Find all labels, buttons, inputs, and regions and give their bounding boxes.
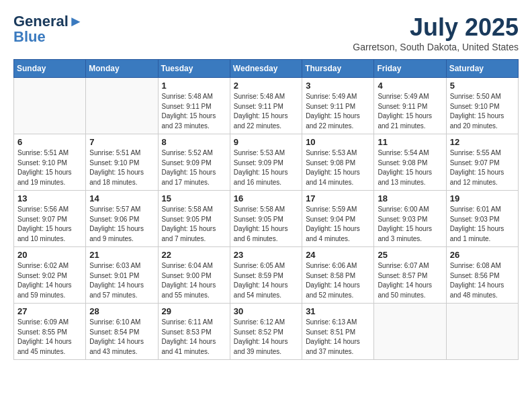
logo-subtext: Blue — [13, 30, 46, 44]
day-cell: 11Sunrise: 5:54 AM Sunset: 9:08 PM Dayli… — [374, 134, 446, 191]
logo-text: General► — [13, 13, 83, 30]
day-info: Sunrise: 6:13 AM Sunset: 8:51 PM Dayligh… — [306, 318, 370, 357]
day-number: 20 — [17, 250, 82, 260]
week-row-1: 1Sunrise: 5:48 AM Sunset: 9:11 PM Daylig… — [14, 78, 519, 134]
day-cell: 16Sunrise: 5:58 AM Sunset: 9:05 PM Dayli… — [230, 191, 302, 247]
day-cell — [446, 304, 518, 360]
day-info: Sunrise: 5:55 AM Sunset: 9:07 PM Dayligh… — [450, 148, 515, 187]
day-info: Sunrise: 5:56 AM Sunset: 9:07 PM Dayligh… — [17, 205, 82, 244]
day-cell: 9Sunrise: 5:53 AM Sunset: 9:09 PM Daylig… — [230, 134, 302, 191]
day-number: 29 — [162, 306, 226, 316]
weekday-friday: Friday — [374, 60, 446, 78]
day-number: 17 — [306, 193, 370, 203]
week-row-2: 6Sunrise: 5:51 AM Sunset: 9:10 PM Daylig… — [14, 134, 519, 191]
day-info: Sunrise: 5:50 AM Sunset: 9:10 PM Dayligh… — [450, 92, 515, 131]
day-cell: 1Sunrise: 5:48 AM Sunset: 9:11 PM Daylig… — [158, 78, 230, 134]
day-cell: 4Sunrise: 5:49 AM Sunset: 9:11 PM Daylig… — [374, 78, 446, 134]
logo: General► Blue — [13, 13, 83, 44]
day-number: 16 — [234, 193, 298, 203]
day-info: Sunrise: 6:07 AM Sunset: 8:57 PM Dayligh… — [378, 261, 442, 300]
week-row-5: 27Sunrise: 6:09 AM Sunset: 8:55 PM Dayli… — [14, 304, 519, 360]
day-number: 26 — [450, 250, 515, 260]
day-cell: 3Sunrise: 5:49 AM Sunset: 9:11 PM Daylig… — [302, 78, 374, 134]
day-cell — [14, 78, 86, 134]
day-number: 7 — [89, 137, 154, 147]
day-cell: 8Sunrise: 5:52 AM Sunset: 9:09 PM Daylig… — [158, 134, 230, 191]
day-info: Sunrise: 6:01 AM Sunset: 9:03 PM Dayligh… — [450, 205, 515, 244]
location: Garretson, South Dakota, United States — [353, 42, 519, 52]
day-cell: 23Sunrise: 6:05 AM Sunset: 8:59 PM Dayli… — [230, 247, 302, 304]
day-info: Sunrise: 5:53 AM Sunset: 9:08 PM Dayligh… — [306, 148, 370, 187]
day-cell: 31Sunrise: 6:13 AM Sunset: 8:51 PM Dayli… — [302, 304, 374, 360]
day-cell: 29Sunrise: 6:11 AM Sunset: 8:53 PM Dayli… — [158, 304, 230, 360]
day-cell — [86, 78, 158, 134]
day-cell: 28Sunrise: 6:10 AM Sunset: 8:54 PM Dayli… — [86, 304, 158, 360]
day-info: Sunrise: 6:05 AM Sunset: 8:59 PM Dayligh… — [234, 261, 298, 300]
day-number: 9 — [234, 137, 298, 147]
day-number: 10 — [306, 137, 370, 147]
day-cell: 24Sunrise: 6:06 AM Sunset: 8:58 PM Dayli… — [302, 247, 374, 304]
calendar-table: SundayMondayTuesdayWednesdayThursdayFrid… — [13, 59, 519, 360]
day-cell: 17Sunrise: 5:59 AM Sunset: 9:04 PM Dayli… — [302, 191, 374, 247]
day-info: Sunrise: 5:51 AM Sunset: 9:10 PM Dayligh… — [17, 148, 82, 187]
day-info: Sunrise: 5:54 AM Sunset: 9:08 PM Dayligh… — [378, 148, 442, 187]
day-cell: 26Sunrise: 6:08 AM Sunset: 8:56 PM Dayli… — [446, 247, 518, 304]
weekday-header-row: SundayMondayTuesdayWednesdayThursdayFrid… — [14, 60, 519, 78]
weekday-saturday: Saturday — [446, 60, 518, 78]
day-number: 4 — [378, 81, 442, 91]
day-info: Sunrise: 6:08 AM Sunset: 8:56 PM Dayligh… — [450, 261, 515, 300]
day-number: 1 — [162, 81, 226, 91]
day-number: 21 — [89, 250, 154, 260]
day-cell: 30Sunrise: 6:12 AM Sunset: 8:52 PM Dayli… — [230, 304, 302, 360]
day-info: Sunrise: 5:51 AM Sunset: 9:10 PM Dayligh… — [89, 148, 154, 187]
day-info: Sunrise: 5:57 AM Sunset: 9:06 PM Dayligh… — [89, 205, 154, 244]
day-cell: 6Sunrise: 5:51 AM Sunset: 9:10 PM Daylig… — [14, 134, 86, 191]
day-cell: 25Sunrise: 6:07 AM Sunset: 8:57 PM Dayli… — [374, 247, 446, 304]
day-cell: 15Sunrise: 5:58 AM Sunset: 9:05 PM Dayli… — [158, 191, 230, 247]
day-info: Sunrise: 5:52 AM Sunset: 9:09 PM Dayligh… — [162, 148, 226, 187]
day-number: 5 — [450, 81, 515, 91]
day-info: Sunrise: 6:06 AM Sunset: 8:58 PM Dayligh… — [306, 261, 370, 300]
day-info: Sunrise: 6:12 AM Sunset: 8:52 PM Dayligh… — [234, 318, 298, 357]
day-number: 19 — [450, 193, 515, 203]
day-info: Sunrise: 5:59 AM Sunset: 9:04 PM Dayligh… — [306, 205, 370, 244]
day-info: Sunrise: 6:09 AM Sunset: 8:55 PM Dayligh… — [17, 318, 82, 357]
day-info: Sunrise: 5:48 AM Sunset: 9:11 PM Dayligh… — [162, 92, 226, 131]
day-info: Sunrise: 6:02 AM Sunset: 9:02 PM Dayligh… — [17, 261, 82, 300]
day-number: 23 — [234, 250, 298, 260]
weekday-sunday: Sunday — [14, 60, 86, 78]
day-info: Sunrise: 5:58 AM Sunset: 9:05 PM Dayligh… — [162, 205, 226, 244]
day-cell: 18Sunrise: 6:00 AM Sunset: 9:03 PM Dayli… — [374, 191, 446, 247]
day-info: Sunrise: 6:00 AM Sunset: 9:03 PM Dayligh… — [378, 205, 442, 244]
page-header: General► Blue July 2025 Garretson, South… — [13, 13, 519, 52]
day-number: 15 — [162, 193, 226, 203]
day-number: 30 — [234, 306, 298, 316]
day-number: 13 — [17, 193, 82, 203]
week-row-3: 13Sunrise: 5:56 AM Sunset: 9:07 PM Dayli… — [14, 191, 519, 247]
day-cell: 14Sunrise: 5:57 AM Sunset: 9:06 PM Dayli… — [86, 191, 158, 247]
day-number: 14 — [89, 193, 154, 203]
day-number: 28 — [89, 306, 154, 316]
calendar-body: 1Sunrise: 5:48 AM Sunset: 9:11 PM Daylig… — [14, 78, 519, 360]
day-info: Sunrise: 6:04 AM Sunset: 9:00 PM Dayligh… — [162, 261, 226, 300]
day-cell: 13Sunrise: 5:56 AM Sunset: 9:07 PM Dayli… — [14, 191, 86, 247]
day-info: Sunrise: 5:53 AM Sunset: 9:09 PM Dayligh… — [234, 148, 298, 187]
day-cell: 2Sunrise: 5:48 AM Sunset: 9:11 PM Daylig… — [230, 78, 302, 134]
day-number: 31 — [306, 306, 370, 316]
day-info: Sunrise: 5:58 AM Sunset: 9:05 PM Dayligh… — [234, 205, 298, 244]
day-number: 24 — [306, 250, 370, 260]
day-cell: 20Sunrise: 6:02 AM Sunset: 9:02 PM Dayli… — [14, 247, 86, 304]
day-cell: 21Sunrise: 6:03 AM Sunset: 9:01 PM Dayli… — [86, 247, 158, 304]
day-info: Sunrise: 5:49 AM Sunset: 9:11 PM Dayligh… — [378, 92, 442, 131]
month-title: July 2025 — [353, 13, 519, 42]
day-cell: 19Sunrise: 6:01 AM Sunset: 9:03 PM Dayli… — [446, 191, 518, 247]
day-info: Sunrise: 6:10 AM Sunset: 8:54 PM Dayligh… — [89, 318, 154, 357]
day-cell — [374, 304, 446, 360]
day-number: 8 — [162, 137, 226, 147]
day-number: 2 — [234, 81, 298, 91]
day-number: 25 — [378, 250, 442, 260]
day-number: 22 — [162, 250, 226, 260]
title-area: July 2025 Garretson, South Dakota, Unite… — [353, 13, 519, 52]
day-info: Sunrise: 5:48 AM Sunset: 9:11 PM Dayligh… — [234, 92, 298, 131]
day-number: 6 — [17, 137, 82, 147]
